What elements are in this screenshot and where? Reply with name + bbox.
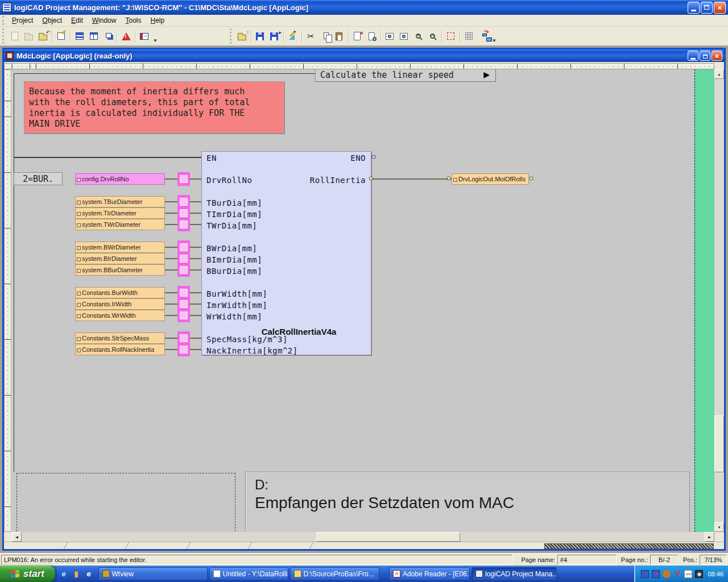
io-box[interactable]: system.TBurDiameter: [75, 196, 165, 207]
menu-edit[interactable]: Edit: [67, 15, 88, 26]
system-tray: × V xml ◉ 08:46: [634, 566, 728, 582]
mdi-close-button[interactable]: ×: [712, 51, 722, 61]
audio-icon[interactable]: [663, 570, 671, 578]
save-all-icon[interactable]: ▸: [267, 29, 282, 43]
comment-box[interactable]: Because the moment of inertia differs mu…: [24, 81, 284, 134]
output-box[interactable]: DrvLogicOut.MoiOfRolls: [452, 173, 529, 185]
toolbar-grip-1[interactable]: [2, 28, 5, 43]
task-button[interactable]: Wtview: [98, 567, 208, 580]
task-button[interactable]: D:\SourceProBas\Fro...: [290, 567, 379, 580]
main-titlebar: logiCAD Project Management: "J:\WISCO-RC…: [0, 0, 728, 15]
horizontal-scroll-thumb[interactable]: [316, 532, 460, 542]
io-box[interactable]: config.DrvRollNo: [75, 173, 165, 185]
scroll-left-icon[interactable]: ◀: [12, 532, 22, 542]
vertical-scrollbar[interactable]: ▲ ▼: [714, 69, 724, 532]
warning-icon[interactable]: [119, 29, 133, 43]
tile-horizontal-icon[interactable]: [72, 29, 86, 43]
function-block[interactable]: EN ENO DrvRollNo RollInertia TBurDia[mm]…: [201, 151, 371, 355]
io-box[interactable]: system.BWrDiameter: [75, 242, 165, 253]
toolbar-grip-2[interactable]: [230, 28, 233, 43]
copy-icon[interactable]: [318, 29, 332, 43]
network-icon[interactable]: [641, 570, 649, 578]
antivirus-icon[interactable]: V: [673, 570, 681, 578]
document-icon: [213, 570, 221, 577]
linear-speed-comment-box[interactable]: Calculate the linear speed ▶: [315, 69, 496, 82]
zoom-out-icon[interactable]: −: [425, 29, 440, 43]
menu-help[interactable]: Help: [146, 15, 169, 26]
io-box[interactable]: Constants.RollNackInertia: [75, 344, 165, 355]
vertical-scroll-thumb[interactable]: [714, 415, 724, 472]
properties-icon[interactable]: [54, 29, 68, 43]
menu-window[interactable]: Window: [88, 15, 121, 26]
mdi-restore-button[interactable]: [700, 51, 710, 61]
zoom-window-icon[interactable]: [383, 29, 397, 43]
scroll-right-icon[interactable]: ▶: [705, 532, 714, 542]
io-box[interactable]: Constants.StrSpecMass: [75, 332, 165, 344]
close-button[interactable]: ×: [714, 2, 726, 14]
bur-label-box[interactable]: 2=BUR.: [14, 172, 63, 185]
io-box[interactable]: system.TWrDiameter: [75, 219, 165, 230]
io-box[interactable]: Constants.BurWidth: [75, 287, 165, 298]
block-name: CalcRollInertiaV4a: [202, 327, 371, 336]
quick-launch-app-icon[interactable]: ▮: [71, 569, 81, 579]
task-button[interactable]: Untitled - Y:\DataRolli...: [209, 567, 288, 580]
logic-canvas[interactable]: Calculate the linear speed ▶ Because the…: [12, 69, 714, 532]
status-message: LPM016: An error occurred while starting…: [1, 555, 512, 565]
io-box[interactable]: system.BIrDiameter: [75, 253, 165, 264]
description-box[interactable]: D: Empfangen der Setzdaten vom MAC: [245, 472, 690, 532]
io-box[interactable]: Constants.WrWidth: [75, 310, 165, 321]
scroll-up-icon[interactable]: ▲: [714, 69, 724, 79]
quick-launch-ie-icon[interactable]: e: [59, 569, 69, 579]
start-button[interactable]: start: [0, 566, 55, 582]
cascade-windows-icon[interactable]: [101, 29, 115, 43]
new-document-icon[interactable]: [7, 29, 22, 43]
block-input: BurWidth[mm]: [206, 289, 267, 298]
task-button[interactable]: A Adobe Reader - [E06...: [389, 567, 470, 580]
description-line2: Empfangen der Setzdaten vom MAC: [255, 494, 514, 512]
io-box[interactable]: Constants.IrWidth: [75, 298, 165, 310]
xml-icon[interactable]: xml: [684, 570, 692, 578]
editor-client: Calculate the linear speed ▶ Because the…: [4, 62, 724, 549]
mdi-title: MdcLogic [AppLogic] (read-only): [16, 52, 688, 60]
tile-vertical-icon[interactable]: [86, 29, 101, 43]
preview-icon[interactable]: [365, 29, 379, 43]
io-box[interactable]: system.BBurDiameter: [75, 264, 165, 276]
wire-output: [371, 178, 452, 180]
zoom-fit-icon[interactable]: [444, 29, 458, 43]
mdi-document-icon: [6, 52, 14, 60]
dropdown-caret-icon[interactable]: ▼: [151, 38, 159, 43]
menu-grip[interactable]: [2, 16, 5, 25]
window-navigator-icon[interactable]: [137, 29, 151, 43]
wire-endpoint: [447, 177, 450, 180]
vertical-ruler: [4, 69, 11, 532]
zoom-in-icon[interactable]: +: [411, 29, 425, 43]
page-tab-strip[interactable]: [4, 542, 724, 549]
grid-icon[interactable]: [462, 29, 476, 43]
task-button-active[interactable]: logiCAD Project Mana...: [471, 567, 557, 580]
folder-up-icon[interactable]: ↑: [235, 29, 249, 43]
block-eno: ENO: [350, 153, 366, 163]
draw-edit-icon[interactable]: [286, 29, 300, 43]
paste-icon[interactable]: [332, 29, 346, 43]
maximize-button[interactable]: [701, 2, 713, 14]
zoom-selection-icon[interactable]: [397, 29, 411, 43]
quick-launch-browser-icon[interactable]: e: [84, 569, 94, 579]
page-margin-line: [14, 73, 14, 472]
save-icon[interactable]: [253, 29, 267, 43]
open-file-icon[interactable]: ↶: [36, 29, 50, 43]
description-line1: D:: [255, 477, 268, 493]
open-project-icon[interactable]: [22, 29, 36, 43]
menu-tools[interactable]: Tools: [121, 15, 146, 26]
network-error-icon[interactable]: ×: [652, 570, 660, 578]
cut-icon[interactable]: ✂: [304, 29, 318, 43]
menu-project[interactable]: Project: [7, 15, 38, 26]
display-icon[interactable]: ◉: [695, 570, 703, 578]
horizontal-scrollbar[interactable]: ◀ ▶: [12, 532, 714, 542]
delete-object-icon[interactable]: ×: [350, 29, 365, 43]
scroll-down-icon[interactable]: ▼: [714, 522, 724, 532]
autoconnect-icon[interactable]: [476, 29, 490, 43]
menu-object[interactable]: Object: [38, 15, 67, 26]
mdi-minimize-button[interactable]: [688, 51, 698, 61]
io-box[interactable]: system.TIrDiameter: [75, 207, 165, 219]
minimize-button[interactable]: [688, 2, 700, 14]
